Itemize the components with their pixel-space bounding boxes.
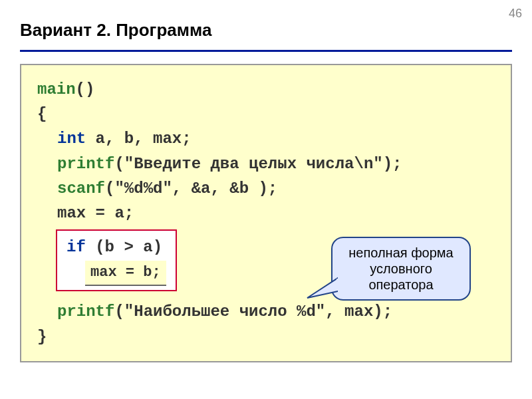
keyword-if: if [66,238,86,256]
callout-bubble: неполная форма условного оператора [331,237,471,301]
code-line-if: if (b > a) [66,235,166,259]
callout-text-line3: оператора [368,277,433,292]
code-text: () [76,80,95,98]
code-line-decl: int a, b, max; [37,126,497,151]
keyword-int: int [57,130,86,148]
code-line-brace-open: { [37,102,497,126]
code-text: (b > a) [86,238,162,256]
code-text: ("Введите два целых числа\n"); [114,155,402,173]
callout-container: неполная форма условного оператора [331,237,471,301]
page-number: 46 [509,7,522,21]
slide-title: Вариант 2. Программа [20,20,512,41]
code-line-printf1: printf("Введите два целых числа\n"); [37,152,497,176]
callout-text-line2: условного [370,261,432,276]
title-divider [20,50,512,52]
svg-marker-0 [307,278,338,298]
inner-assignment-box: max = b; [85,261,166,286]
code-line-main: main() [37,77,497,102]
keyword-scanf: scanf [57,180,105,198]
keyword-main: main [37,80,76,98]
code-line-scanf: scanf("%d%d", &a, &b ); [37,176,497,201]
callout-text-line1: неполная форма [348,245,453,260]
callout-tail-icon [305,273,338,299]
code-line-assign: max = a; [37,201,497,225]
keyword-printf: printf [57,303,114,321]
svg-rect-1 [336,279,338,291]
code-text: ("Наибольшее число %d", max); [114,303,392,321]
if-highlight-box: if (b > a) max = b; [56,229,177,291]
code-block: main() { int a, b, max; printf("Введите … [20,64,512,362]
code-line-brace-close: } [37,325,497,349]
keyword-printf: printf [57,155,114,173]
code-text: a, b, max; [86,130,191,148]
code-text: ("%d%d", &a, &b ); [105,180,277,198]
code-line-printf2: printf("Наибольшее число %d", max); [37,299,497,324]
